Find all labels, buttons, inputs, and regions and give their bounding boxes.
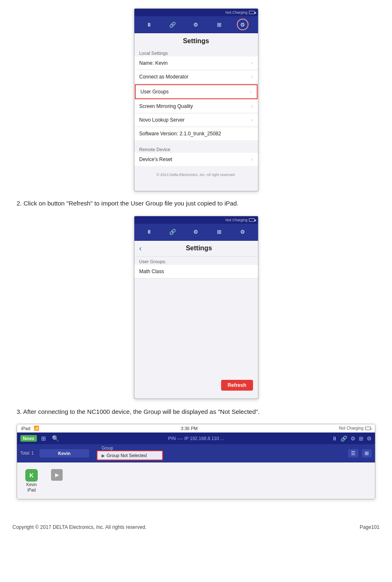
pause-btn-1[interactable]: ⏸ [144,19,155,30]
group-not-selected-btn[interactable]: ▶ Group Not Selected [97,450,163,460]
wifi-icon: 📶 [34,425,39,431]
remote-device-label-1: Remote Device [134,144,258,153]
back-header: ‹ Settings [134,241,258,257]
nav-grid-view-icon[interactable]: ⊞ [359,435,363,442]
settings-list-remote: Device's Reset › [134,153,258,166]
group-label: Group [102,446,163,450]
step3-description: After connecting to the NC1000 device, t… [23,408,260,415]
math-class-item[interactable]: Math Class [134,265,258,279]
status-bar-2: Not Charging [134,216,258,224]
iphone-frame-2: Not Charging ⏸ 🔗 ⚙ ⊞ ⚙ ‹ Settings User G… [134,216,258,399]
settings-row-version: Software Version: 2.1.0_trunk_25082 [134,127,258,140]
chevron-lookup: › [251,117,253,123]
ipad-toolbar: Total: 1 Kevin Group ▶ Group Not Selecte… [17,444,375,462]
back-button[interactable]: ‹ [139,244,142,253]
battery-icon-1 [249,11,255,14]
group-not-selected-text: Group Not Selected [107,453,147,458]
device-icon-item: ▶ [46,466,68,496]
settings-list-1: Name: Kevin › Connect as Moderator › Use… [134,56,258,140]
page-num: 101 [371,524,380,530]
row-label-mirroring: Screen Mirroring Quality [139,103,193,109]
ipad-battery-icon [365,427,371,430]
novo-logo[interactable]: Novo [20,435,37,442]
row-label-reset: Device's Reset [139,157,173,162]
page-label: Page [360,524,371,530]
ipad-label: iPad [21,426,30,431]
ipad-grid-btn[interactable]: ⊞ [362,449,372,457]
settings-row-mirroring[interactable]: Screen Mirroring Quality › [134,100,258,113]
step2-number: 2. [17,200,22,207]
settings-btn-1[interactable]: ⚙ [190,19,202,30]
page-number: Page101 [360,524,380,530]
settings-row-name[interactable]: Name: Kevin › [134,56,258,70]
chevron-name: › [251,60,253,66]
ipad-not-charging: Not Charging [339,426,363,430]
screenshot1-wrapper: Not Charging ⏸ 🔗 ⚙ ⊞ ⚙ Settings Local Se… [17,8,375,191]
iphone-frame-1: Not Charging ⏸ 🔗 ⚙ ⊞ ⚙ Settings Local Se… [134,8,258,191]
kevin-sub-label: iPad [27,488,36,492]
step3-number: 3. [17,408,22,415]
ipad-left-status: iPad 📶 [21,425,39,431]
not-charging-label-2: Not Charging [225,218,247,222]
nav-search-icon[interactable]: 🔍 [50,434,61,443]
link-btn-2[interactable]: 🔗 [167,226,178,238]
group-arrow-icon: ▶ [102,453,105,458]
local-settings-label-1: Local Settings [134,47,258,56]
device-icon: ▶ [51,469,63,481]
grid-btn-2[interactable]: ⊞ [214,226,225,238]
chevron-user-groups: › [250,89,252,95]
kevin-button[interactable]: Kevin [39,449,89,457]
footer-copyright: Copyright © 2017 DELTA Electronics, Inc.… [12,524,146,530]
pause-btn-2[interactable]: ⏸ [144,226,155,238]
screenshot3-wrapper: iPad 📶 3:36 PM Not Charging Novo ⊞ 🔍 PIN… [17,424,375,499]
kevin-ipad-item: K Kevin iPad [20,466,43,496]
nav-link-icon[interactable]: 🔗 [341,435,347,442]
settings-btn-2[interactable]: ⚙ [190,226,202,238]
chevron-reset: › [251,157,253,162]
nav-right-icons: ⏸ 🔗 ⚙ ⊞ ⚙ [332,435,372,442]
battery-status-1: Not Charging [225,10,254,15]
step3-text: 3. After connecting to the NC1000 device… [17,407,375,417]
ipad-status-bar: iPad 📶 3:36 PM Not Charging [17,424,375,433]
status-bar-1: Not Charging [134,9,258,16]
settings-title-1: Settings [134,33,258,47]
nav-pause-icon[interactable]: ⏸ [332,435,337,442]
nav-grid-icon[interactable]: ⊞ [39,434,48,443]
settings-copyright-1: © 2013 Delta Electronics, Inc. All right… [134,169,258,181]
battery-icon-2 [249,218,255,222]
row-label-user-groups: User Groups [141,89,169,95]
settings-row-moderator[interactable]: Connect as Moderator › [134,70,258,84]
chevron-moderator: › [251,74,253,80]
ipad-frame: iPad 📶 3:36 PM Not Charging Novo ⊞ 🔍 PIN… [17,424,375,499]
kevin-avatar: K [25,469,38,482]
page-footer: Copyright © 2017 DELTA Electronics, Inc.… [0,520,392,534]
nav-gear-icon[interactable]: ⚙ [367,435,372,442]
user-groups-body: Refresh [134,279,258,395]
ipad-right-status: Not Charging [339,426,371,430]
gear-btn-2[interactable]: ⚙ [237,226,248,238]
refresh-button[interactable]: Refresh [221,380,253,391]
settings-row-user-groups[interactable]: User Groups › [135,84,258,99]
row-label-lookup: Novo Lookup Server [139,117,185,123]
screenshot2-wrapper: Not Charging ⏸ 🔗 ⚙ ⊞ ⚙ ‹ Settings User G… [17,216,375,399]
settings-row-reset[interactable]: Device's Reset › [134,153,258,166]
ipad-time: 3:36 PM [181,426,198,431]
total-label: Total: 1 [20,451,37,455]
grid-btn-1[interactable]: ⊞ [214,19,225,30]
nav-settings-icon[interactable]: ⚙ [351,435,355,442]
ipad-nav-bar: Novo ⊞ 🔍 PIN ---- IP 192.168.8.110 ... ⏸… [17,433,375,444]
battery-status-2: Not Charging [225,218,254,222]
chevron-mirroring: › [251,103,253,109]
ipad-list-btn[interactable]: ☰ [348,449,358,457]
kevin-name-label: Kevin [26,482,37,487]
step2-text: 2. Click on button "Refresh" to import t… [17,199,375,208]
group-section: Group ▶ Group Not Selected [97,446,163,460]
settings-row-lookup[interactable]: Novo Lookup Server › [134,113,258,127]
nav-pin-ip: PIN ---- IP 192.168.8.110 ... [63,436,330,441]
row-label-version: Software Version: 2.1.0_trunk_25082 [139,131,221,137]
gear-active-btn-1[interactable]: ⚙ [237,19,248,30]
link-btn-1[interactable]: 🔗 [167,19,178,30]
settings-title-2: Settings [145,245,253,252]
settings-screen-1: Settings Local Settings Name: Kevin › Co… [134,33,258,191]
ipad-right-toolbar: ☰ ⊞ [348,449,372,457]
